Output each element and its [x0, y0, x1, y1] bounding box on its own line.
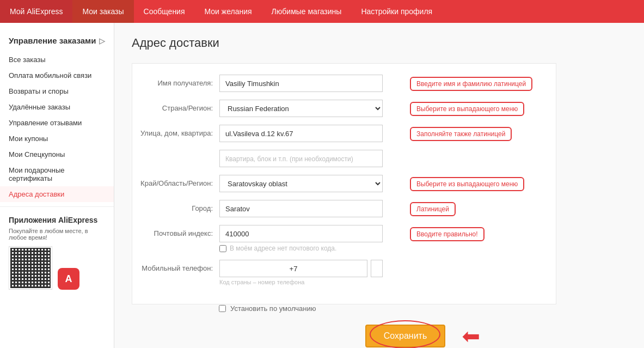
- city-field: [219, 200, 383, 217]
- city-input[interactable]: [219, 200, 383, 217]
- save-button-wrapper: Сохранить: [365, 325, 446, 347]
- default-checkbox-row: Установить по умолчанию: [219, 304, 627, 313]
- street2-row: [132, 150, 545, 167]
- recipient-annotation: Введите имя и фамилию латиницей: [410, 77, 532, 91]
- country-field: Russian Federation United States Germany: [219, 100, 383, 117]
- left-arrow-icon: ➡: [462, 323, 480, 348]
- phone-label: Мобильный телефон:: [132, 260, 219, 272]
- region-row: Край/Область/Регион: Saratovskay oblast …: [132, 175, 545, 192]
- no-postal-checkbox[interactable]: [219, 245, 226, 252]
- street-field: [219, 125, 383, 142]
- country-row: Страна/Регион: Russian Federation United…: [132, 100, 545, 117]
- ali-logo: A: [58, 268, 79, 290]
- save-area: Сохранить ➡: [219, 323, 627, 348]
- nav-profile-settings[interactable]: Настройки профиля: [351, 0, 442, 23]
- street-annotation: Заполняйте также латиницей: [410, 127, 512, 141]
- sidebar-item-returns[interactable]: Возвраты и споры: [0, 83, 114, 99]
- recipient-field: [219, 75, 383, 92]
- postal-label: Почтовый индекс:: [132, 225, 219, 237]
- sidebar-arrow-icon: ▷: [99, 36, 105, 45]
- sidebar-item-special-coupons[interactable]: Мои Спецкупоны: [0, 146, 114, 162]
- street-label: Улица, дом, квартира:: [132, 125, 219, 137]
- top-navigation: Мой AliExpress Мои заказы Сообщения Мои …: [0, 0, 644, 23]
- postal-row: Почтовый индекс: В моём адресе нет почто…: [132, 225, 545, 252]
- region-label: Край/Область/Регион:: [132, 175, 219, 187]
- sidebar-item-coupons[interactable]: Мои купоны: [0, 131, 114, 146]
- sidebar-apps-subtitle: Покупайте в любом месте, в любое время!: [9, 228, 105, 241]
- street2-label: [132, 150, 219, 154]
- no-postal-label: В моём адресе нет почтового кода.: [230, 245, 336, 252]
- recipient-input[interactable]: [219, 75, 383, 92]
- nav-fav-stores[interactable]: Любимые магазины: [262, 0, 352, 23]
- street-input[interactable]: [219, 125, 383, 142]
- sidebar-apps: Приложения AliExpress Покупайте в любом …: [0, 206, 114, 298]
- nav-wishlist[interactable]: Мои желания: [195, 0, 262, 23]
- city-label: Город:: [132, 200, 219, 212]
- street2-input[interactable]: [219, 150, 383, 167]
- city-row: Город: Латиницей: [132, 200, 545, 217]
- sidebar-item-deleted-orders[interactable]: Удалённые заказы: [0, 99, 114, 115]
- sidebar-item-all-orders[interactable]: Все заказы: [0, 52, 114, 68]
- main-layout: Управление заказами ▷ Все заказы Оплата …: [0, 23, 644, 348]
- region-annotation: Выберите из выпадающего меню: [410, 177, 524, 191]
- sidebar-section-title: Управление заказами ▷: [0, 32, 114, 52]
- phone-field: Код страны – номер телефона: [219, 260, 383, 285]
- recipient-row: Имя получателя: Введите имя и фамилию ла…: [132, 75, 545, 92]
- nav-my-orders[interactable]: Мои заказы: [72, 0, 133, 23]
- region-field: Saratovskay oblast Moscow oblast: [219, 175, 383, 192]
- country-annotation: Выберите из выпадающего меню: [410, 102, 524, 116]
- page-title: Адрес доставки: [132, 36, 627, 50]
- city-annotation: Латиницей: [410, 202, 456, 216]
- sidebar-item-gift-cards[interactable]: Мои подарочные сертификаты: [0, 162, 114, 186]
- region-select[interactable]: Saratovskay oblast Moscow oblast: [219, 175, 383, 192]
- country-select[interactable]: Russian Federation United States Germany: [219, 100, 383, 117]
- no-postal-row: В моём адресе нет почтового кода.: [219, 245, 383, 252]
- postal-annotation: Вводите правильно!: [410, 227, 484, 241]
- qr-code: [9, 246, 52, 290]
- sidebar-item-reviews[interactable]: Управление отзывами: [0, 115, 114, 131]
- postal-input[interactable]: [219, 225, 383, 242]
- sidebar: Управление заказами ▷ Все заказы Оплата …: [0, 23, 114, 348]
- address-form: Имя получателя: Введите имя и фамилию ла…: [132, 63, 556, 304]
- recipient-label: Имя получателя:: [132, 75, 219, 87]
- nav-messages[interactable]: Сообщения: [134, 0, 195, 23]
- sidebar-apps-title: Приложения AliExpress: [9, 216, 105, 224]
- save-button[interactable]: Сохранить: [365, 325, 446, 347]
- sidebar-item-delivery-addresses[interactable]: Адреса доставки: [0, 186, 114, 202]
- phone-number-input[interactable]: [371, 260, 383, 277]
- country-label: Страна/Регион:: [132, 100, 219, 112]
- street2-field: [219, 150, 383, 167]
- nav-my-aliexpress[interactable]: Мой AliExpress: [0, 0, 72, 23]
- phone-row: Мобильный телефон: Код страны – номер те…: [132, 260, 545, 285]
- arrow-annotation: ➡: [462, 323, 480, 348]
- main-content: Адрес доставки Имя получателя: Введите и…: [114, 23, 644, 348]
- default-checkbox-label: Установить по умолчанию: [230, 304, 316, 313]
- phone-hint: Код страны – номер телефона: [219, 279, 383, 285]
- sidebar-item-mobile-payment[interactable]: Оплата мобильной связи: [0, 68, 114, 83]
- default-checkbox[interactable]: [219, 305, 226, 312]
- postal-field: В моём адресе нет почтового кода.: [219, 225, 383, 252]
- phone-inputs: [219, 260, 383, 277]
- phone-code-input[interactable]: [219, 260, 367, 277]
- street-row: Улица, дом, квартира: Заполняйте также л…: [132, 125, 545, 142]
